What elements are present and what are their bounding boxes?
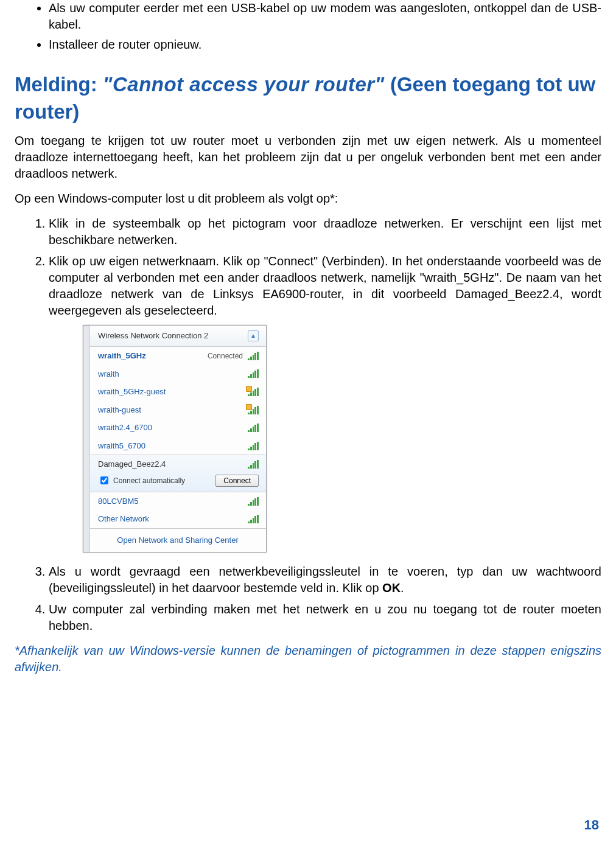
auto-connect-input[interactable] [100,476,108,484]
chevron-up-icon[interactable]: ▲ [248,330,259,341]
network-row[interactable]: wraith2.4_6700 [89,419,266,437]
step-text-tail: . [401,581,404,595]
signal-warn-icon [248,406,259,414]
signal-warn-icon [248,388,259,396]
paragraph: Op een Windows-computer lost u dit probl… [15,190,601,207]
signal-icon [248,352,259,360]
section-heading: Melding: "Cannot access your router" (Ge… [15,71,601,125]
auto-connect-checkbox[interactable]: Connect automatically [98,475,185,486]
heading-lead: Melding: [15,73,103,96]
signal-icon [248,369,259,378]
step-item: Klik in de systeembalk op het pictogram … [49,215,601,248]
network-row-selected[interactable]: Damaged_Beez2.4 Connect automatically Co… [89,455,266,492]
signal-icon [248,515,259,523]
steps-list: Klik in de systeembalk op het pictogram … [15,215,601,633]
network-name: wraith_5GHz [98,351,146,361]
network-name: wraith2.4_6700 [98,422,152,433]
connect-button[interactable]: Connect [215,475,259,487]
step-text: Als u wordt gevraagd een netwerkbeveilig… [49,565,601,595]
footnote: *Afhankelijk van uw Windows-versie kunne… [15,643,601,675]
network-name: 80LCVBM5 [98,496,138,507]
network-name: Other Network [98,514,149,525]
page-number: 18 [584,817,599,833]
signal-icon [248,424,259,432]
network-name: Damaged_Beez2.4 [98,459,166,470]
network-name: wraith5_6700 [98,441,145,452]
bullet-item: Installeer de router opnieuw. [49,37,601,53]
network-row[interactable]: wraith-guest [89,401,266,419]
panel-header[interactable]: Wireless Network Connection 2 ▲ [89,326,266,347]
signal-icon [248,460,259,469]
network-name: wraith_5GHz-guest [98,386,166,397]
wifi-networks-panel: Wireless Network Connection 2 ▲ wraith_5… [83,325,267,552]
step-item: Als u wordt gevraagd een netwerkbeveilig… [49,563,601,596]
step-item: Uw computer zal verbinding maken met het… [49,601,601,634]
panel-left-strip [83,326,90,551]
network-row[interactable]: wraith_5GHz-guest [89,383,266,401]
step-item: Klik op uw eigen netwerknaam. Klik op "C… [49,253,601,552]
open-network-center-link[interactable]: Open Network and Sharing Center [89,528,266,552]
panel-title: Wireless Network Connection 2 [98,330,208,341]
signal-icon [248,442,259,450]
network-row-connected[interactable]: wraith_5GHz Connected [89,347,266,365]
step-text: Klik op uw eigen netwerknaam. Klik op "C… [49,254,601,317]
signal-icon [248,497,259,506]
network-row[interactable]: Other Network [89,510,266,528]
heading-quote: "Cannot access your router" [103,73,385,96]
network-row[interactable]: wraith [89,365,266,383]
paragraph: Om toegang te krijgen tot uw router moet… [15,133,601,182]
network-row[interactable]: wraith5_6700 [89,437,266,455]
document-page: Als uw computer eerder met een USB-kabel… [0,0,616,844]
ok-label: OK [382,581,401,595]
panel-content: Wireless Network Connection 2 ▲ wraith_5… [89,326,266,551]
connected-label: Connected [208,351,243,361]
auto-connect-label: Connect automatically [113,476,185,486]
network-row[interactable]: 80LCVBM5 [89,492,266,511]
network-name: wraith-guest [98,405,141,416]
intro-bullet-list: Als uw computer eerder met een USB-kabel… [15,0,601,53]
network-name: wraith [98,369,119,380]
bullet-item: Als uw computer eerder met een USB-kabel… [49,0,601,33]
